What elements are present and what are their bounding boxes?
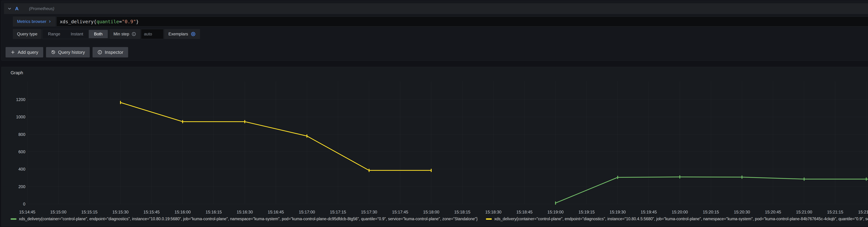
query-token-value: "0.9" [122,19,136,24]
query-type-label: Query type [13,29,41,39]
target-icon [191,31,196,37]
query-history-button[interactable]: Query history [46,47,90,58]
query-token-equals: = [119,19,122,24]
datasource-name: (Prometheus) [29,6,54,11]
graph-legend: xds_delivery{container="control-plane", … [10,217,868,221]
panel-title: Graph [10,70,23,75]
info-circle-icon [97,50,102,55]
angle-right-icon [48,20,52,23]
plus-icon [10,50,15,55]
legend-label: xds_delivery{container="control-plane", … [494,217,868,221]
graph-panel: Graph LinesBarsPointsStacked linesStacke… [1,67,868,226]
info-circle-icon [132,32,136,36]
query-type-segmented: RangeInstantBoth [42,29,108,39]
promql-query-input[interactable]: xds_delivery{quantile="0.9"} [56,17,868,27]
legend-item[interactable]: xds_delivery{container="control-plane", … [486,217,868,221]
min-step-input[interactable]: auto [141,29,163,39]
metrics-browser-button[interactable]: Metrics browser [13,17,56,27]
inspector-button[interactable]: Inspector [93,47,128,58]
metrics-browser-label: Metrics browser [17,19,46,24]
legend-item[interactable]: xds_delivery{container="control-plane", … [10,217,477,221]
query-token-metric: xds_delivery{ [60,19,96,24]
exemplars-toggle[interactable]: Exemplars [164,29,200,39]
legend-label: xds_delivery{container="control-plane", … [19,217,477,221]
query-options-row: Query type RangeInstantBoth Min step aut… [13,29,200,39]
query-row: Metrics browser xds_delivery{quantile="0… [13,17,868,27]
chevron-down-icon[interactable] [4,6,15,11]
editor-buttons-row: Add query Query history Inspector [5,47,128,58]
add-query-button[interactable]: Add query [5,47,43,58]
query-type-option-both[interactable]: Both [89,30,107,38]
query-type-option-instant[interactable]: Instant [65,29,88,39]
legend-swatch [486,218,492,220]
history-icon [51,50,56,55]
min-step-label: Min step [110,29,141,39]
legend-swatch [10,218,17,220]
query-token-label: quantile [96,19,119,24]
query-row-header[interactable]: A (Prometheus) [4,3,868,14]
query-ref-id: A [15,6,19,11]
query-type-option-range[interactable]: Range [43,29,65,39]
query-editor: A (Prometheus) Metrics browser xds_deliv… [1,1,868,61]
query-token-close: } [136,19,139,24]
